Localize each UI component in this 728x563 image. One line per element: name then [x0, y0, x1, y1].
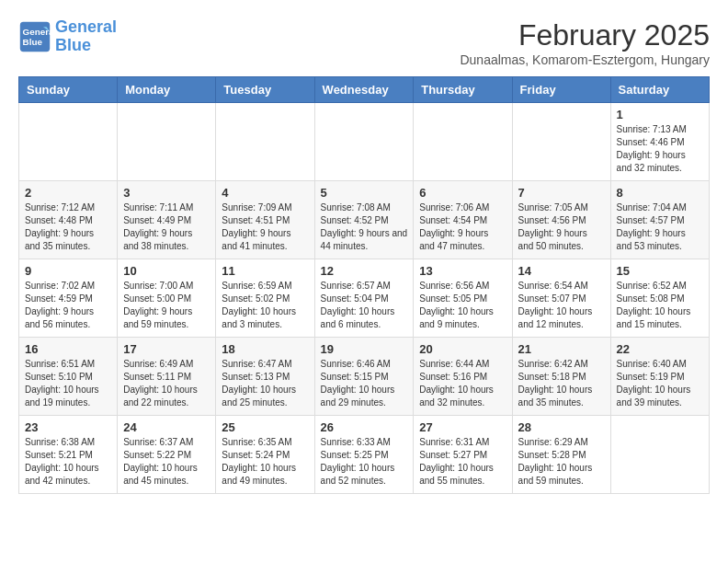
day-info: Sunrise: 6:46 AM Sunset: 5:15 PM Dayligh…: [321, 358, 408, 409]
calendar-day-cell: 24Sunrise: 6:37 AM Sunset: 5:22 PM Dayli…: [118, 416, 216, 494]
calendar-day-cell: 8Sunrise: 7:04 AM Sunset: 4:57 PM Daylig…: [610, 181, 709, 259]
day-of-week-header: Sunday: [19, 77, 118, 103]
calendar-day-cell: 20Sunrise: 6:44 AM Sunset: 5:16 PM Dayli…: [414, 338, 512, 416]
day-number: 22: [617, 342, 703, 356]
day-info: Sunrise: 6:31 AM Sunset: 5:27 PM Dayligh…: [419, 436, 506, 488]
month-title: February 2025: [460, 18, 710, 52]
day-info: Sunrise: 6:42 AM Sunset: 5:18 PM Dayligh…: [518, 358, 605, 409]
day-info: Sunrise: 7:00 AM Sunset: 5:00 PM Dayligh…: [123, 280, 210, 331]
day-of-week-header: Saturday: [610, 77, 709, 103]
calendar-day-cell: 12Sunrise: 6:57 AM Sunset: 5:04 PM Dayli…: [314, 259, 414, 338]
day-info: Sunrise: 6:35 AM Sunset: 5:24 PM Dayligh…: [222, 436, 308, 488]
location-subtitle: Dunaalmas, Komarom-Esztergom, Hungary: [460, 52, 710, 67]
day-info: Sunrise: 6:38 AM Sunset: 5:21 PM Dayligh…: [25, 436, 111, 488]
day-info: Sunrise: 6:33 AM Sunset: 5:25 PM Dayligh…: [321, 436, 408, 488]
day-info: Sunrise: 7:08 AM Sunset: 4:52 PM Dayligh…: [321, 201, 408, 253]
calendar-day-cell: 7Sunrise: 7:05 AM Sunset: 4:56 PM Daylig…: [512, 181, 610, 259]
calendar-day-cell: 28Sunrise: 6:29 AM Sunset: 5:28 PM Dayli…: [512, 416, 610, 494]
calendar-day-cell: 15Sunrise: 6:52 AM Sunset: 5:08 PM Dayli…: [610, 259, 709, 338]
calendar-day-cell: 22Sunrise: 6:40 AM Sunset: 5:19 PM Dayli…: [610, 338, 709, 416]
day-of-week-header: Thursday: [414, 77, 512, 103]
calendar-day-cell: [314, 103, 414, 181]
calendar-day-cell: 17Sunrise: 6:49 AM Sunset: 5:11 PM Dayli…: [118, 338, 216, 416]
day-number: 20: [419, 342, 506, 356]
day-number: 10: [123, 264, 210, 278]
calendar-day-cell: 13Sunrise: 6:56 AM Sunset: 5:05 PM Dayli…: [414, 259, 512, 338]
calendar-day-cell: [216, 103, 314, 181]
day-info: Sunrise: 7:06 AM Sunset: 4:54 PM Dayligh…: [419, 201, 506, 253]
logo-line1: General: [55, 17, 117, 36]
day-number: 9: [25, 264, 111, 278]
day-number: 26: [321, 420, 408, 434]
day-info: Sunrise: 6:56 AM Sunset: 5:05 PM Dayligh…: [419, 280, 506, 331]
calendar-day-cell: 14Sunrise: 6:54 AM Sunset: 5:07 PM Dayli…: [512, 259, 610, 338]
day-number: 25: [222, 420, 308, 434]
day-info: Sunrise: 7:09 AM Sunset: 4:51 PM Dayligh…: [222, 201, 308, 253]
page-header: General Blue General Blue February 2025 …: [18, 18, 710, 67]
logo: General Blue General Blue: [18, 18, 117, 55]
day-of-week-header: Monday: [118, 77, 216, 103]
calendar-table: SundayMondayTuesdayWednesdayThursdayFrid…: [18, 76, 710, 494]
day-number: 27: [419, 420, 506, 434]
calendar-day-cell: 2Sunrise: 7:12 AM Sunset: 4:48 PM Daylig…: [19, 181, 118, 259]
calendar-day-cell: 9Sunrise: 7:02 AM Sunset: 4:59 PM Daylig…: [19, 259, 118, 338]
day-info: Sunrise: 6:37 AM Sunset: 5:22 PM Dayligh…: [123, 436, 210, 488]
logo-text: General Blue: [55, 18, 117, 55]
day-number: 14: [518, 264, 605, 278]
day-info: Sunrise: 6:49 AM Sunset: 5:11 PM Dayligh…: [123, 358, 210, 409]
day-info: Sunrise: 6:40 AM Sunset: 5:19 PM Dayligh…: [617, 358, 703, 409]
day-info: Sunrise: 7:05 AM Sunset: 4:56 PM Dayligh…: [518, 201, 605, 253]
day-number: 23: [25, 420, 111, 434]
day-number: 6: [419, 186, 506, 200]
calendar-week-row: 23Sunrise: 6:38 AM Sunset: 5:21 PM Dayli…: [19, 416, 710, 494]
calendar-day-cell: 23Sunrise: 6:38 AM Sunset: 5:21 PM Dayli…: [19, 416, 118, 494]
calendar-day-cell: 18Sunrise: 6:47 AM Sunset: 5:13 PM Dayli…: [216, 338, 314, 416]
day-number: 11: [222, 264, 308, 278]
logo-line2: Blue: [55, 36, 91, 54]
calendar-week-row: 16Sunrise: 6:51 AM Sunset: 5:10 PM Dayli…: [19, 338, 710, 416]
calendar-day-cell: 19Sunrise: 6:46 AM Sunset: 5:15 PM Dayli…: [314, 338, 414, 416]
calendar-day-cell: 5Sunrise: 7:08 AM Sunset: 4:52 PM Daylig…: [314, 181, 414, 259]
calendar-day-cell: [19, 103, 118, 181]
day-number: 18: [222, 342, 308, 356]
calendar-day-cell: 16Sunrise: 6:51 AM Sunset: 5:10 PM Dayli…: [19, 338, 118, 416]
calendar-day-cell: [512, 103, 610, 181]
day-number: 7: [518, 186, 605, 200]
day-info: Sunrise: 6:47 AM Sunset: 5:13 PM Dayligh…: [222, 358, 308, 409]
day-info: Sunrise: 6:29 AM Sunset: 5:28 PM Dayligh…: [518, 436, 605, 488]
day-info: Sunrise: 6:51 AM Sunset: 5:10 PM Dayligh…: [25, 358, 111, 409]
day-number: 16: [25, 342, 111, 356]
day-info: Sunrise: 7:11 AM Sunset: 4:49 PM Dayligh…: [123, 201, 210, 253]
day-of-week-header: Tuesday: [216, 77, 314, 103]
day-info: Sunrise: 6:54 AM Sunset: 5:07 PM Dayligh…: [518, 280, 605, 331]
calendar-day-cell: 4Sunrise: 7:09 AM Sunset: 4:51 PM Daylig…: [216, 181, 314, 259]
day-info: Sunrise: 6:57 AM Sunset: 5:04 PM Dayligh…: [321, 280, 408, 331]
calendar-day-cell: 26Sunrise: 6:33 AM Sunset: 5:25 PM Dayli…: [314, 416, 414, 494]
logo-icon: General Blue: [18, 20, 51, 53]
title-block: February 2025 Dunaalmas, Komarom-Eszterg…: [460, 18, 710, 67]
day-info: Sunrise: 6:59 AM Sunset: 5:02 PM Dayligh…: [222, 280, 308, 331]
calendar-header-row: SundayMondayTuesdayWednesdayThursdayFrid…: [19, 77, 710, 103]
day-info: Sunrise: 7:02 AM Sunset: 4:59 PM Dayligh…: [25, 280, 111, 331]
day-number: 17: [123, 342, 210, 356]
day-number: 19: [321, 342, 408, 356]
calendar-day-cell: 21Sunrise: 6:42 AM Sunset: 5:18 PM Dayli…: [512, 338, 610, 416]
day-of-week-header: Wednesday: [314, 77, 414, 103]
day-number: 24: [123, 420, 210, 434]
day-number: 2: [25, 186, 111, 200]
calendar-day-cell: 3Sunrise: 7:11 AM Sunset: 4:49 PM Daylig…: [118, 181, 216, 259]
calendar-day-cell: 25Sunrise: 6:35 AM Sunset: 5:24 PM Dayli…: [216, 416, 314, 494]
day-info: Sunrise: 7:12 AM Sunset: 4:48 PM Dayligh…: [25, 201, 111, 253]
day-number: 21: [518, 342, 605, 356]
day-number: 3: [123, 186, 210, 200]
day-number: 5: [321, 186, 408, 200]
calendar-day-cell: 27Sunrise: 6:31 AM Sunset: 5:27 PM Dayli…: [414, 416, 512, 494]
day-number: 4: [222, 186, 308, 200]
calendar-day-cell: 6Sunrise: 7:06 AM Sunset: 4:54 PM Daylig…: [414, 181, 512, 259]
calendar-day-cell: 11Sunrise: 6:59 AM Sunset: 5:02 PM Dayli…: [216, 259, 314, 338]
calendar-week-row: 2Sunrise: 7:12 AM Sunset: 4:48 PM Daylig…: [19, 181, 710, 259]
day-number: 8: [617, 186, 703, 200]
calendar-week-row: 9Sunrise: 7:02 AM Sunset: 4:59 PM Daylig…: [19, 259, 710, 338]
day-number: 13: [419, 264, 506, 278]
day-number: 15: [617, 264, 703, 278]
